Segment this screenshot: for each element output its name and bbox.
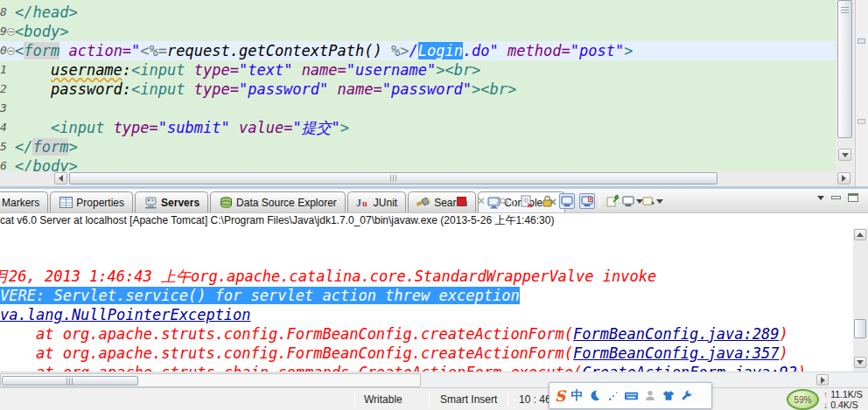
code-line[interactable]: 3 — [0, 99, 836, 118]
show-on-stdout-button[interactable] — [559, 193, 575, 209]
remove-all-terminated-icon: ✕✕ — [495, 195, 508, 207]
arrow-right-icon — [842, 175, 846, 182]
scroll-lock-button[interactable] — [539, 193, 555, 209]
line-number: 5 — [0, 137, 7, 156]
exception-link[interactable]: va.lang.NullPointerException — [0, 306, 251, 323]
console-selected-text: VERE: Servlet.service() for servlet acti… — [0, 287, 520, 304]
tab-label: JUnit — [374, 197, 397, 209]
code-text: <input type="submit" value="提交"> — [15, 118, 349, 137]
view-menu-icon[interactable] — [817, 196, 824, 200]
source-file-link[interactable]: CreateActionForm.java:92 — [582, 364, 797, 372]
editor-hscroll-left-button[interactable] — [54, 172, 67, 184]
tab-properties[interactable]: Properties — [50, 191, 133, 212]
editor-vertical-scrollbar[interactable] — [836, 0, 855, 171]
statusbar-separator — [429, 392, 430, 407]
clear-console-icon — [521, 195, 533, 208]
arrow-right-icon — [821, 377, 825, 384]
console-hscroll-thumb[interactable] — [2, 376, 138, 386]
console-horizontal-scrollbar[interactable] — [0, 372, 868, 387]
sogou-logo-icon[interactable]: S — [555, 387, 565, 405]
stack-frame-text: ) — [779, 325, 788, 343]
ime-language-toggle[interactable]: 中 — [570, 388, 583, 404]
console-line: va.lang.NullPointerException — [0, 305, 868, 324]
maximize-icon[interactable] — [848, 193, 858, 202]
code-line[interactable]: 2 password:<input type="password" name="… — [0, 80, 836, 99]
ime-toolbar[interactable]: S 中 — [549, 382, 712, 409]
arrow-down-icon — [842, 153, 849, 157]
fold-collapse-icon[interactable] — [7, 41, 15, 60]
terminate-icon — [457, 197, 466, 206]
arrow-left-icon — [59, 175, 63, 182]
line-number: 3 — [0, 99, 7, 118]
terminate-button[interactable] — [453, 193, 469, 209]
code-line[interactable]: 8</head> — [0, 3, 836, 22]
source-file-link[interactable]: FormBeanConfig.java:357 — [573, 344, 779, 362]
code-text: </body> — [15, 156, 78, 171]
console-hscroll-right-button[interactable] — [816, 374, 829, 386]
console-hscroll-track[interactable] — [0, 373, 421, 387]
overview-ruler[interactable] — [855, 0, 868, 186]
code-line[interactable]: 4 <input type="submit" value="提交"> — [0, 118, 836, 137]
minimize-icon[interactable] — [831, 196, 841, 199]
servers-icon — [144, 196, 158, 210]
shirt-icon[interactable] — [662, 389, 675, 402]
display-selected-console-button[interactable] — [625, 193, 640, 209]
editor-vscroll-down-button[interactable] — [838, 149, 851, 161]
console-vscroll-thumb[interactable] — [854, 319, 866, 338]
code-line[interactable]: 5</form> — [0, 137, 836, 156]
occurrence-marker[interactable] — [858, 38, 865, 44]
brush-icon[interactable] — [606, 389, 620, 402]
code-line[interactable]: 0<form action="<%=request.getContextPath… — [0, 41, 836, 60]
remove-launch-button[interactable]: ✕ — [473, 193, 489, 209]
editor-horizontal-scrollbar[interactable] — [0, 171, 855, 186]
tab-label: Servers — [161, 197, 200, 209]
code-area[interactable]: 8</head>9<body>0<form action="<%=request… — [0, 0, 836, 171]
line-number: 4 — [0, 118, 7, 137]
show-on-stderr-icon — [581, 196, 593, 207]
search-icon — [416, 196, 430, 210]
person-icon[interactable] — [643, 389, 656, 402]
statusbar-separator — [354, 392, 355, 407]
toolbar-separator — [599, 194, 600, 208]
tab-junit[interactable]: JuJUnit — [347, 191, 406, 212]
editor-hscroll-right-button[interactable] — [837, 172, 850, 184]
fold-collapse-icon[interactable] — [7, 22, 15, 41]
line-number: 2 — [0, 80, 7, 99]
code-line[interactable]: 9<body> — [0, 22, 836, 41]
console-vscroll-up-button[interactable] — [854, 229, 866, 240]
moon-icon[interactable] — [588, 389, 601, 402]
tab-label: Data Source Explorer — [236, 197, 337, 209]
fold-gutter — [7, 156, 15, 171]
console-vertical-scrollbar[interactable] — [853, 228, 868, 372]
console-output[interactable]: 月26, 2013 1:46:43 上午org.apache.catalina.… — [0, 228, 868, 372]
remove-all-terminated-button[interactable]: ✕✕ — [494, 193, 509, 209]
code-line[interactable]: 1 username:<input type="text" name="user… — [0, 60, 836, 80]
console-line: 月26, 2013 1:46:43 上午org.apache.catalina.… — [0, 267, 868, 286]
tab-markers[interactable]: Markers — [0, 191, 48, 212]
console-line: at org.apache.struts.config.FormBeanConf… — [0, 324, 868, 344]
wrench-icon[interactable] — [680, 389, 693, 402]
clear-console-button[interactable] — [519, 193, 535, 209]
line-number: 1 — [0, 60, 7, 80]
arrow-up-icon — [857, 233, 864, 237]
fold-gutter — [7, 80, 15, 99]
occurrence-marker[interactable] — [858, 119, 865, 124]
code-line[interactable]: 6</body> — [0, 156, 836, 171]
window-buttons — [817, 193, 858, 202]
editor-vscroll-thumb[interactable] — [837, 0, 852, 138]
tab-label: Properties — [76, 197, 124, 209]
view-tabbar: MarkersPropertiesServersData Source Expl… — [0, 189, 868, 213]
console-vscroll-down-button[interactable] — [854, 357, 866, 368]
pin-console-button[interactable] — [605, 193, 620, 209]
tab-servers[interactable]: Servers — [135, 191, 208, 212]
status-bar: Writable Smart Insert 10 : 46 S 中 59% ↑ … — [0, 387, 868, 410]
editor-pane[interactable]: 8</head>9<body>0<form action="<%=request… — [0, 0, 868, 186]
editor-hscroll-thumb[interactable] — [69, 172, 718, 184]
fold-gutter — [7, 99, 15, 118]
source-file-link[interactable]: FormBeanConfig.java:289 — [573, 325, 779, 343]
tab-data-source-explorer[interactable]: Data Source Explorer — [210, 191, 346, 212]
fold-gutter — [7, 118, 15, 137]
show-on-stderr-button[interactable] — [579, 193, 595, 209]
open-console-button[interactable] — [645, 193, 661, 209]
keyboard-icon[interactable] — [625, 389, 638, 402]
